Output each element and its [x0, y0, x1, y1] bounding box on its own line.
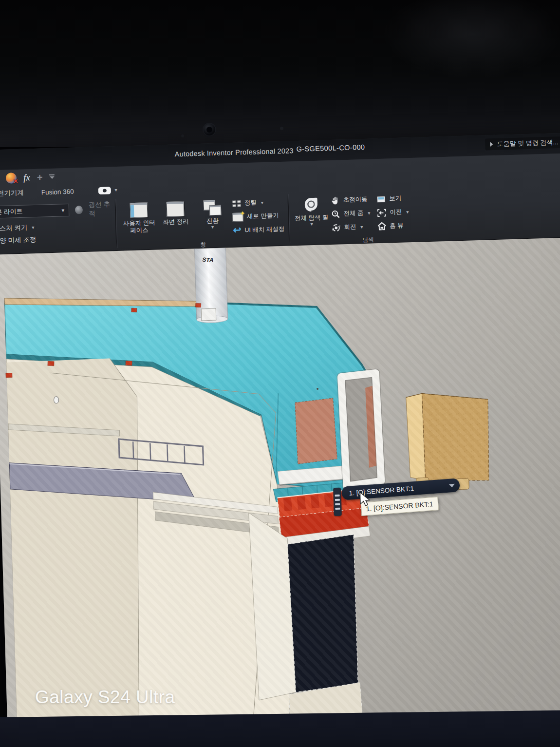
document-name: G-SGE500L-CO-000: [296, 143, 365, 153]
user-interface-icon: [130, 202, 148, 218]
window-panel: 사용자 인터페이스 화면 정리 전환 ▼: [116, 192, 289, 252]
look-at-label: 보기: [389, 194, 401, 203]
material-error-sphere-icon[interactable]: ✕: [6, 172, 17, 184]
chevron-down-icon: ▼: [405, 210, 410, 214]
previous-view-button[interactable]: 이전 ▼: [377, 206, 410, 219]
look-at-button[interactable]: 보기: [376, 192, 410, 205]
screenshot-camera-icon: [98, 187, 111, 194]
orbit-button[interactable]: 회전 ▼: [332, 220, 372, 233]
photo-frame: Autodesk Inventor Professional 2023 G-SG…: [0, 0, 560, 747]
ribbon: ✕ fx + 전기기계 Fusion 360 ▼ 기본: [0, 153, 560, 254]
arrange-icon: [232, 200, 241, 207]
help-expand-icon: [490, 142, 493, 147]
textures-toggle-button[interactable]: 텍스처 켜기 ▼: [0, 221, 115, 233]
ray-tracing-label: 광선 추적: [89, 200, 115, 218]
user-interface-label: 사용자 인터페이스: [123, 219, 156, 234]
appearance-panel: 기본 라이트 ▼ 광선 추적 텍스처 켜기 ▼ 모양 미세 조정: [0, 197, 116, 256]
pole-brand-label: STA: [202, 256, 214, 264]
customize-toolbar-icon[interactable]: [49, 174, 55, 179]
door-frame: [341, 373, 381, 486]
laptop-bottom-bezel: [0, 710, 560, 747]
laptop-top-bezel: [0, 0, 560, 147]
pan-button[interactable]: 초점이동: [331, 193, 371, 207]
add-icon[interactable]: +: [37, 172, 42, 182]
signal-pole: STA: [194, 248, 228, 323]
navigate-panel: 전체 탐색 휠 ▼ 초점이동: [289, 188, 446, 247]
previous-view-icon: [377, 209, 386, 217]
lighting-style-select[interactable]: 기본 라이트 ▼: [0, 204, 70, 219]
laptop-screen: Autodesk Inventor Professional 2023 G-SG…: [0, 133, 560, 738]
previous-view-label: 이전: [390, 208, 402, 217]
bezel-reflection: [346, 0, 560, 97]
chevron-down-icon: ▼: [359, 224, 364, 229]
microphone-hole: [181, 134, 184, 137]
arrange-button[interactable]: 정렬 ▼: [232, 196, 284, 210]
appearance-fine-tune-label: 모양 미세 조정: [0, 235, 37, 246]
lower-columns: [249, 510, 363, 727]
cad-model: STA: [0, 237, 560, 739]
reset-ui-button[interactable]: ↩ UI 배치 재설정: [233, 223, 284, 237]
tab-electromechanical[interactable]: 전기기계: [0, 187, 26, 200]
home-icon: [377, 222, 386, 231]
chevron-down-icon: ▼: [31, 225, 35, 230]
model-viewport[interactable]: STA: [0, 237, 560, 739]
lighting-style-value: 기본 라이트: [0, 207, 23, 217]
chevron-down-icon: ▼: [309, 222, 314, 227]
home-view-button[interactable]: 홈 뷰: [377, 219, 411, 232]
zoom-all-button[interactable]: 전체 줌 ▼: [331, 207, 372, 220]
navigation-wheel-label: 전체 탐색 휠: [295, 214, 329, 222]
arrange-label: 정렬: [244, 198, 257, 207]
magnifier-icon: [331, 210, 340, 219]
appearance-fine-tune-button[interactable]: 모양 미세 조정: [0, 233, 116, 246]
app-title: Autodesk Inventor Professional 2023: [174, 147, 293, 158]
dark-column: [287, 535, 358, 692]
orbit-label: 회전: [344, 223, 356, 231]
chevron-down-icon: ▼: [260, 200, 264, 205]
orbit-icon: [332, 223, 341, 232]
ray-tracing-sphere-icon[interactable]: [75, 206, 83, 214]
clean-screen-icon: [167, 201, 185, 217]
mouse-cursor-icon: [358, 491, 371, 508]
undo-arrow-icon: ↩: [233, 225, 241, 234]
pan-label: 초점이동: [343, 195, 367, 204]
select-other-stack[interactable]: [333, 488, 342, 516]
camera-watermark: Galaxy S24 Ultra: [35, 687, 175, 708]
screenshot-camera-chip[interactable]: ▼: [98, 186, 118, 194]
chevron-down-icon: ▼: [113, 188, 118, 192]
fx-icon[interactable]: fx: [23, 172, 30, 183]
textures-toggle-label: 텍스처 켜기: [0, 223, 28, 233]
look-at-icon: [376, 195, 386, 203]
new-window-button[interactable]: ✦ 새로 만들기: [232, 210, 284, 223]
new-window-icon: ✦: [233, 212, 244, 222]
sparkle-icon: ✦: [240, 210, 245, 217]
navigation-wheel-icon: [303, 197, 318, 213]
new-window-label: 새로 만들기: [247, 211, 279, 221]
chevron-down-icon: ▼: [60, 208, 65, 213]
tab-fusion-360[interactable]: Fusion 360: [39, 186, 76, 197]
help-search[interactable]: 도움말 및 명령 검색...: [485, 136, 560, 151]
home-view-label: 홈 뷰: [390, 222, 404, 230]
webcam-lens-icon: [206, 127, 212, 133]
microphone-hole: [280, 127, 283, 130]
reset-ui-label: UI 배치 재설정: [244, 225, 284, 234]
pole-base-block: [201, 308, 216, 321]
switch-windows-icon: [203, 200, 221, 216]
zoom-all-label: 전체 줌: [343, 209, 363, 218]
clean-screen-label: 화면 정리: [163, 218, 189, 226]
error-x-icon: ✕: [13, 177, 18, 184]
help-search-label: 도움말 및 명령 검색...: [497, 138, 558, 149]
sensor-box-part[interactable]: [406, 392, 490, 491]
pan-hand-icon: [331, 196, 340, 205]
chevron-down-icon: ▼: [210, 225, 215, 230]
webcam: [203, 123, 216, 136]
chevron-down-icon: ▼: [367, 211, 371, 215]
switch-windows-label: 전환: [206, 217, 219, 225]
chevron-down-icon[interactable]: [449, 483, 455, 487]
access-window-panel: [295, 398, 337, 464]
